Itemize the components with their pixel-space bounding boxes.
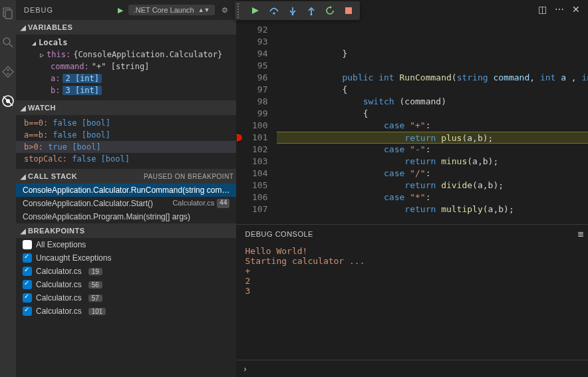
git-icon[interactable]: [0, 64, 16, 80]
watch-item[interactable]: a==b: false [bool]: [16, 129, 236, 141]
breakpoints-body: All Exceptions Uncaught Exceptions Calcu…: [16, 238, 236, 318]
watch-body: b==0: false [bool] a==b: false [bool] b>…: [16, 115, 236, 169]
bp-item[interactable]: Calculator.cs57: [16, 291, 236, 305]
continue-button[interactable]: [247, 3, 264, 19]
bp-item[interactable]: Calculator.cs101: [16, 305, 236, 318]
sidebar-header: DEBUG ▶ .NET Core Launch▲▼ ⚙: [16, 0, 236, 20]
step-out-button[interactable]: [303, 3, 320, 19]
search-icon[interactable]: [0, 35, 16, 51]
bp-all-exceptions[interactable]: All Exceptions: [16, 238, 236, 251]
clear-console-icon[interactable]: ≣: [577, 229, 584, 239]
var-this[interactable]: ▷ this: {ConsoleApplication.Calculator}: [16, 49, 236, 61]
restart-button[interactable]: [321, 3, 339, 19]
bp-item[interactable]: Calculator.cs56: [16, 278, 236, 291]
checkbox-icon[interactable]: [23, 267, 32, 276]
drag-handle-icon[interactable]: [237, 3, 243, 18]
debug-sidebar: DEBUG ▶ .NET Core Launch▲▼ ⚙ ◢VARIABLES …: [16, 0, 237, 377]
sidebar-title: DEBUG: [24, 6, 118, 14]
variables-section-header[interactable]: ◢VARIABLES: [16, 20, 236, 35]
panel-header: DEBUG CONSOLE ≣ ✕: [237, 225, 588, 243]
svg-point-8: [6, 99, 10, 103]
debug-config-selector[interactable]: .NET Core Launch▲▼: [128, 5, 216, 15]
debug-toolbar[interactable]: [235, 1, 360, 20]
svg-point-11: [292, 14, 294, 15]
variables-body: ◢ Locals ▷ this: {ConsoleApplication.Cal…: [16, 35, 236, 100]
console-output: Hello World! Starting calculator ... + 2…: [237, 243, 588, 360]
var-a[interactable]: a: 2 [int]: [16, 72, 236, 84]
callstack-section-header[interactable]: ◢CALL STACKPAUSED ON BREAKPOINT: [16, 169, 236, 184]
checkbox-icon[interactable]: [23, 280, 32, 289]
close-editor-icon[interactable]: ✕: [572, 4, 580, 15]
stack-frame[interactable]: ConsoleApplication.Calculator.RunCommand…: [16, 184, 236, 197]
svg-point-9: [273, 12, 275, 14]
callstack-body: ConsoleApplication.Calculator.RunCommand…: [16, 184, 236, 223]
checkbox-icon[interactable]: [23, 240, 32, 249]
stop-button[interactable]: [340, 3, 357, 19]
console-input-row: ›: [237, 360, 588, 377]
explorer-icon[interactable]: [0, 5, 16, 21]
prompt-icon: ›: [243, 364, 246, 374]
step-over-button[interactable]: [265, 3, 283, 19]
editor-title-actions: ◫ ⋯ ✕: [538, 4, 580, 15]
svg-rect-1: [5, 10, 12, 19]
console-input[interactable]: [251, 364, 588, 374]
start-debug-icon[interactable]: ▶: [118, 6, 123, 15]
checkbox-icon[interactable]: [23, 253, 32, 263]
stack-frame[interactable]: ConsoleApplication.Calculator.Start()Cal…: [16, 197, 236, 210]
editor-group: 92939495 96979899 100101102103 104105106…: [237, 0, 588, 377]
watch-item[interactable]: b>0: true [bool]: [16, 141, 236, 153]
breakpoint-marker-icon: 101: [237, 132, 267, 144]
split-editor-icon[interactable]: ◫: [538, 4, 547, 15]
debug-console-tab[interactable]: DEBUG CONSOLE: [245, 230, 313, 238]
svg-point-2: [3, 38, 10, 45]
more-actions-icon[interactable]: ⋯: [555, 4, 564, 15]
watch-section-header[interactable]: ◢WATCH: [16, 100, 236, 115]
gear-icon[interactable]: ⚙: [221, 6, 228, 15]
var-b[interactable]: b: 3 [int]: [16, 84, 236, 96]
svg-point-5: [7, 73, 9, 75]
debug-icon[interactable]: [0, 93, 16, 109]
line-number-gutter: 92939495 96979899 100101102103 104105106…: [237, 24, 277, 224]
bp-uncaught-exceptions[interactable]: Uncaught Exceptions: [16, 251, 236, 265]
svg-point-13: [311, 14, 313, 15]
code-editor[interactable]: 92939495 96979899 100101102103 104105106…: [237, 0, 588, 224]
code-content[interactable]: } public int RunCommand(string command, …: [277, 24, 588, 224]
var-command[interactable]: command: "+" [string]: [16, 61, 236, 72]
stack-frame[interactable]: ConsoleApplication.Program.Main(string[]…: [16, 210, 236, 223]
svg-line-3: [9, 44, 13, 47]
checkbox-icon[interactable]: [23, 307, 32, 316]
checkbox-icon[interactable]: [23, 293, 32, 303]
step-into-button[interactable]: [284, 3, 301, 19]
activity-bar: [0, 0, 16, 377]
svg-point-4: [7, 69, 9, 71]
bottom-panel: DEBUG CONSOLE ≣ ✕ Hello World! Starting …: [237, 224, 588, 377]
locals-scope[interactable]: ◢ Locals: [16, 37, 236, 49]
watch-item[interactable]: stopCalc: false [bool]: [16, 153, 236, 165]
breakpoints-section-header[interactable]: ◢BREAKPOINTS: [16, 223, 236, 238]
svg-rect-14: [345, 7, 352, 14]
bp-item[interactable]: Calculator.cs19: [16, 265, 236, 278]
watch-item[interactable]: b==0: false [bool]: [16, 117, 236, 129]
